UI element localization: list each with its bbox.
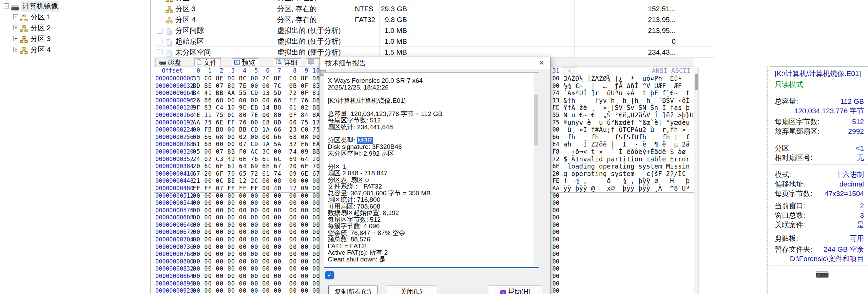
temp-folder-path[interactable]: D:\Forensic\案件和项目 bbox=[775, 254, 864, 263]
hex-scrollbar[interactable] bbox=[694, 67, 699, 294]
hex-bytes[interactable]: 00 00 00 00 00 00 00 00 00 00 00 bbox=[193, 207, 320, 214]
tree-item-partition[interactable]: + 分区 3 bbox=[0, 33, 151, 44]
charset-dropdown-button[interactable]: ∨ bbox=[562, 67, 577, 74]
ascii-row[interactable]: 00 bbox=[551, 243, 694, 251]
ascii-row[interactable]: 00 3ÀŽÐ¼ |ŽÀŽØ¾ |¿ ¹ üó¤Ph Ëû¹ bbox=[551, 75, 694, 82]
help-button[interactable]: ?帮助(H) bbox=[489, 286, 542, 294]
hex-bytes[interactable]: 00 00 00 00 00 00 00 00 00 00 00 bbox=[193, 192, 320, 200]
ascii-row[interactable]: 00 ½¾ €~ | … ƒÅ âñÍ ^V UÆF ÆF bbox=[551, 82, 694, 90]
ascii-row[interactable]: 55 N u €~ € „Š ²€ë„U2äŠV Í ]ëž >þ}U bbox=[551, 112, 694, 119]
hex-bytes[interactable]: 00 00 00 00 00 00 00 00 00 00 00 bbox=[193, 199, 320, 207]
hex-bytes[interactable]: 26 66 68 00 00 00 00 66 FF 76 08 bbox=[193, 97, 320, 104]
ascii-row[interactable]: 20 g operating system c{šF 2?/Í€ bbox=[551, 170, 694, 178]
ascii-text[interactable]: ´A»ªUÍ ]r ûUªu ÷Á t þF f`€~ t bbox=[563, 90, 690, 97]
ascii-row[interactable]: 13 &fh fÿv h h |h h ´BŠV ‹ôÍ bbox=[551, 97, 694, 104]
ascii-text[interactable]: &fh fÿv h h |h h ´BŠV ‹ôÍ bbox=[563, 97, 690, 104]
ascii-row[interactable]: F8 ‹ð¬< t » ´ Í ëòôëý+Éädë $ àø bbox=[551, 148, 694, 156]
ascii-column-panel[interactable]: 31 ∨ ANSI ASCII 00 3ÀŽÐ¼ |ŽÀŽØ¾ |¿ ¹ üó¤… bbox=[551, 67, 694, 294]
tab-gallery[interactable] bbox=[306, 58, 320, 66]
hex-bytes[interactable]: 00 00 00 00 00 00 00 00 00 00 00 bbox=[193, 273, 320, 280]
row-checkbox[interactable] bbox=[157, 39, 162, 44]
ascii-text[interactable]: ŸfÄ žë ¸ » |ŠV Šv ŠN Šn Í fas þ bbox=[563, 104, 690, 112]
ascii-row[interactable]: 00 bbox=[551, 280, 694, 288]
ascii-row[interactable]: 66 fh fh fSfSfUfh fh | f bbox=[551, 134, 694, 141]
ascii-row[interactable]: 00 bbox=[551, 221, 694, 229]
table-row[interactable]: 未分区空间 虚拟出的 (便于分析) 1.5 MB 234,43... bbox=[154, 47, 714, 58]
close-icon[interactable]: ✕ bbox=[536, 58, 547, 68]
hex-bytes[interactable]: 67 20 6F 70 65 72 61 74 69 6E 67 bbox=[193, 170, 320, 178]
ascii-row[interactable]: 00 bbox=[551, 273, 694, 280]
tab-details[interactable]: 详细 bbox=[274, 58, 301, 66]
hex-bytes[interactable]: 00 FB B8 00 BB CD 1A 66 23 C0 75 bbox=[193, 126, 320, 134]
ascii-row[interactable]: E4 ah Í Z2öê | Í · ë ¶ ë µ 2ä bbox=[551, 141, 694, 148]
ascii-row[interactable]: 00 bbox=[551, 192, 694, 200]
ascii-text[interactable]: g operating system c{šF 2?/Í€ bbox=[563, 170, 686, 178]
report-text-area[interactable]: X-Ways Forensics 20.0 SR-7 x64 2025/12/2… bbox=[324, 72, 539, 268]
row-checkbox[interactable] bbox=[157, 50, 162, 55]
ascii-text[interactable]: ÿÿ þÿÿ @ x© þÿÿ þÿÿ ¸À ^8 Uª bbox=[563, 185, 690, 192]
ascii-text[interactable]: N u €~ € „Š ²€ë„U2äŠV Í ]ëž >þ}U bbox=[563, 112, 694, 119]
ascii-text[interactable]: ah Í Z2öê | Í · ë ¶ ë µ 2ä bbox=[563, 141, 690, 148]
hex-bytes[interactable]: FF FF 07 FE FF FF 00 40 17 09 00 bbox=[193, 185, 320, 192]
ascii-row[interactable]: 00 bbox=[551, 199, 694, 207]
ascii-row[interactable]: 75 ªunÿv è u ú°Ñædèf °ßæ`è| °ÿædèu bbox=[551, 119, 694, 126]
expand-toggle-icon[interactable]: + bbox=[13, 14, 18, 19]
expand-toggle-icon[interactable]: + bbox=[13, 25, 18, 30]
tab-file[interactable]: 文件 bbox=[194, 58, 221, 66]
hex-bytes[interactable]: 00 00 00 00 00 00 00 00 00 00 00 bbox=[193, 265, 320, 273]
table-row[interactable]: 起始扇区 虚拟出的 (便于分析) 1.0 MB 0 bbox=[154, 36, 714, 47]
copy-all-button[interactable]: 复制所有(C) bbox=[328, 286, 378, 294]
ascii-row[interactable]: 00 û¸ »Í f#Àu;f ûTCPAu2 ù r,fh » bbox=[551, 126, 694, 134]
hex-bytes[interactable]: 00 00 00 00 00 00 00 00 00 00 00 bbox=[193, 236, 320, 243]
dialog-scrollbar[interactable] bbox=[534, 73, 539, 266]
ascii-row[interactable]: FE ŸfÄ žë ¸ » |ŠV Šv ŠN Šn Í fas þ bbox=[551, 104, 694, 112]
hex-bytes[interactable]: BD BE 07 80 7E 00 00 7C 0B 0F 85 bbox=[193, 82, 320, 90]
ascii-row[interactable]: 00 bbox=[551, 287, 694, 294]
hex-bytes[interactable]: 00 00 00 00 00 00 00 00 00 00 00 bbox=[193, 287, 320, 294]
row-checkbox[interactable] bbox=[157, 28, 162, 34]
hex-bytes[interactable]: 00 00 00 00 00 00 00 00 00 00 00 bbox=[193, 229, 320, 236]
table-row[interactable]: 分区 4 分区, 存在的 FAT32 9.8 GB 213,95... bbox=[154, 14, 714, 25]
ascii-text[interactable]: ½¾ €~ | … ƒÅ âñÍ ^V UÆF ÆF bbox=[563, 82, 682, 90]
hex-bytes[interactable]: 05 00 07 8B F0 AC 3C 00 74 09 BB bbox=[193, 148, 320, 156]
tree-item-partition[interactable]: + 分区 1 bbox=[0, 12, 151, 22]
hex-bytes[interactable]: 00 00 00 00 00 00 00 00 00 00 00 bbox=[193, 221, 320, 229]
ascii-row[interactable]: FE ! ¾ , ð ¾ , þÿÿ ø H þ bbox=[551, 177, 694, 185]
ascii-text[interactable]: loading operating system Missin bbox=[563, 163, 690, 170]
hex-bytes[interactable]: 00 00 00 00 00 00 00 00 00 00 00 bbox=[193, 251, 320, 258]
table-row[interactable]: 分区 3 分区, 存在的 NTFS 29.3 GB 152,51... bbox=[154, 3, 714, 14]
ascii-row[interactable]: 74 ´A»ªUÍ ]r ûUªu ÷Á t þF f`€~ t bbox=[551, 90, 694, 97]
table-row[interactable]: 分区间隙 虚拟出的 (便于分析) 1.0 MB 213,95... bbox=[154, 25, 714, 36]
hex-bytes[interactable]: 00 00 00 00 00 00 00 00 00 00 00 bbox=[193, 214, 320, 221]
ascii-row[interactable]: 72 $ ÃInvalid partition table Error bbox=[551, 156, 694, 163]
info-panel-splitter[interactable] bbox=[767, 66, 768, 294]
hex-bytes[interactable]: 00 00 00 00 00 00 00 00 00 00 00 bbox=[193, 258, 320, 266]
hex-bytes[interactable]: 24 02 C3 49 6E 76 61 6C 69 64 20 bbox=[193, 156, 320, 163]
hex-bytes[interactable]: 00 00 00 00 00 00 00 00 00 00 00 bbox=[193, 280, 320, 288]
ascii-text[interactable]: fh fh fSfSfUfh fh | f bbox=[563, 134, 690, 141]
ascii-row[interactable]: 00 bbox=[551, 214, 694, 221]
ascii-row[interactable]: 6E loading operating system Missin bbox=[551, 163, 694, 170]
ascii-text[interactable]: û¸ »Í f#Àu;f ûTCPAu2 ù r,fh » bbox=[563, 126, 686, 134]
tree-item-image-root[interactable]: - 计算机镜像 bbox=[0, 1, 151, 12]
hex-bytes[interactable]: 20 6C 6F 61 64 69 6E 67 20 6F 70 bbox=[193, 163, 320, 170]
ascii-text[interactable]: ªunÿv è u ú°Ñædèf °ßæ`è| °ÿædèu bbox=[563, 119, 690, 126]
hex-bytes[interactable]: 00 66 68 00 02 00 00 66 68 08 00 bbox=[193, 134, 320, 141]
report-option-checkbox[interactable]: ✓ bbox=[325, 271, 334, 279]
ascii-row[interactable]: 00 bbox=[551, 251, 694, 258]
hex-bytes[interactable]: 00 00 00 00 00 00 00 00 00 00 00 bbox=[193, 243, 320, 251]
dialog-titlebar[interactable]: 技术细节报告 ✕ bbox=[320, 57, 550, 69]
tab-disk[interactable]: 磁盘 bbox=[157, 58, 185, 66]
hex-bytes[interactable]: 61 68 00 00 07 CD 1A 5A 32 F6 EA bbox=[193, 141, 320, 148]
ascii-text[interactable]: 3ÀŽÐ¼ |ŽÀŽØ¾ |¿ ¹ üó¤Ph Ëû¹ bbox=[563, 75, 682, 82]
tab-preview[interactable]: 预览 bbox=[232, 58, 259, 66]
hex-bytes[interactable]: 33 C0 8E D0 BC 00 7C 8E C0 8E D8 bbox=[193, 75, 320, 82]
ascii-text[interactable]: ! ¾ , ð ¾ , þÿÿ ø H þ bbox=[563, 177, 690, 185]
table-row[interactable]: 分区 2 分区, 存在的 NTFS 72.4 GB 718,848 bbox=[154, 0, 714, 3]
hex-bytes[interactable]: 21 00 0C BE 12 2C 00 08 00 00 00 bbox=[193, 177, 320, 185]
ascii-row[interactable]: 00 bbox=[551, 229, 694, 236]
ascii-row[interactable]: 00 bbox=[551, 258, 694, 266]
hex-bytes[interactable]: B4 41 BB AA 55 CD 13 5D 72 0F 81 bbox=[193, 90, 320, 97]
ascii-text[interactable]: ‹ð¬< t » ´ Í ëòôëý+Éädë $ àø bbox=[563, 148, 686, 156]
tree-item-partition[interactable]: + 分区 2 bbox=[0, 22, 151, 33]
